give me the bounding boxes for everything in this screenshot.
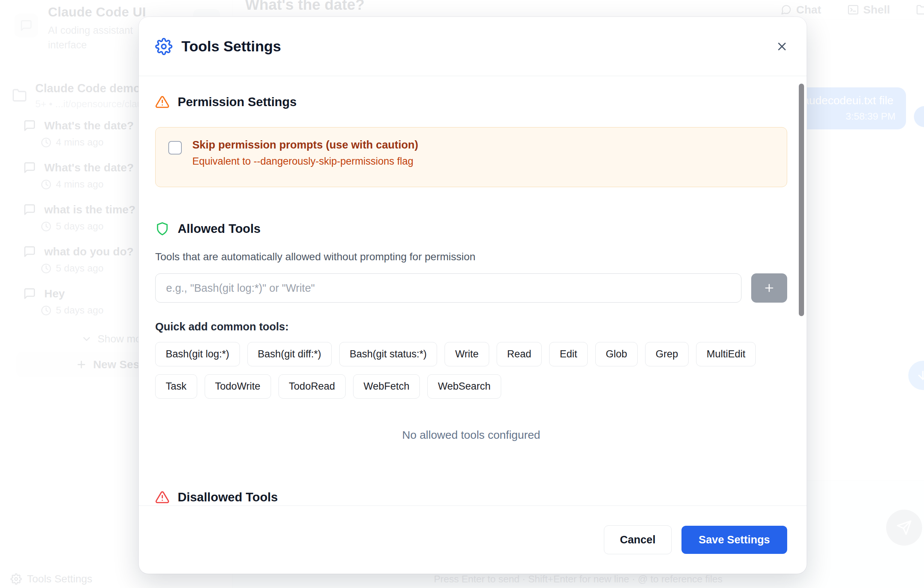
- cancel-button[interactable]: Cancel: [604, 525, 672, 554]
- quick-tool-button[interactable]: WebFetch: [353, 374, 420, 399]
- quick-tool-button[interactable]: TodoWrite: [205, 374, 271, 399]
- skip-permissions-checkbox[interactable]: [168, 141, 182, 155]
- quick-add-label: Quick add common tools:: [155, 320, 787, 333]
- close-button[interactable]: [774, 38, 790, 55]
- close-icon: [776, 40, 788, 53]
- shield-icon: [155, 221, 170, 236]
- modal-footer: Cancel Save Settings: [139, 505, 807, 574]
- modal-title: Tools Settings: [182, 38, 281, 55]
- permission-settings-heading: Permission Settings: [155, 95, 787, 109]
- allowed-tool-input[interactable]: [155, 273, 741, 302]
- modal-header: Tools Settings: [139, 17, 807, 76]
- modal-content: Permission Settings Skip permission prom…: [139, 76, 807, 505]
- quick-tools-list: Bash(git log:*) Bash(git diff:*) Bash(gi…: [155, 342, 787, 399]
- quick-tool-button[interactable]: Read: [497, 342, 542, 367]
- warning-triangle-icon: [155, 490, 170, 504]
- plus-icon: [763, 282, 775, 294]
- quick-tool-button[interactable]: Bash(git diff:*): [248, 342, 332, 367]
- allowed-tools-title: Allowed Tools: [178, 221, 261, 236]
- warning-triangle-icon: [155, 95, 170, 109]
- allowed-tools-heading: Allowed Tools: [155, 221, 787, 236]
- add-tool-button[interactable]: [751, 273, 787, 302]
- add-tool-row: [155, 273, 787, 302]
- skip-permissions-subtitle: Equivalent to --dangerously-skip-permiss…: [192, 155, 418, 167]
- quick-tool-button[interactable]: WebSearch: [427, 374, 501, 399]
- skip-permissions-box: Skip permission prompts (use with cautio…: [155, 127, 787, 187]
- disallowed-tools-title: Disallowed Tools: [178, 490, 278, 504]
- modal-scrollbar-thumb[interactable]: [799, 84, 804, 316]
- permission-settings-title: Permission Settings: [178, 95, 297, 109]
- quick-tool-button[interactable]: Task: [155, 374, 197, 399]
- quick-tool-button[interactable]: Write: [445, 342, 489, 367]
- gear-icon: [155, 38, 172, 55]
- tools-settings-modal: Tools Settings Permission Settings Skip …: [139, 17, 807, 574]
- quick-tool-button[interactable]: Bash(git status:*): [339, 342, 437, 367]
- allowed-tools-description: Tools that are automatically allowed wit…: [155, 251, 787, 263]
- quick-tool-button[interactable]: MultiEdit: [696, 342, 756, 367]
- quick-tool-button[interactable]: Glob: [595, 342, 638, 367]
- quick-tool-button[interactable]: Edit: [549, 342, 588, 367]
- skip-permissions-title: Skip permission prompts (use with cautio…: [192, 139, 418, 151]
- quick-tool-button[interactable]: TodoRead: [279, 374, 346, 399]
- app-screen: Claude Code UI AI coding assistant inter…: [0, 0, 924, 588]
- disallowed-tools-heading: Disallowed Tools: [155, 490, 787, 504]
- allowed-tools-empty-state: No allowed tools configured: [155, 429, 787, 441]
- quick-tool-button[interactable]: Grep: [645, 342, 689, 367]
- save-settings-button[interactable]: Save Settings: [681, 526, 787, 554]
- quick-tool-button[interactable]: Bash(git log:*): [155, 342, 240, 367]
